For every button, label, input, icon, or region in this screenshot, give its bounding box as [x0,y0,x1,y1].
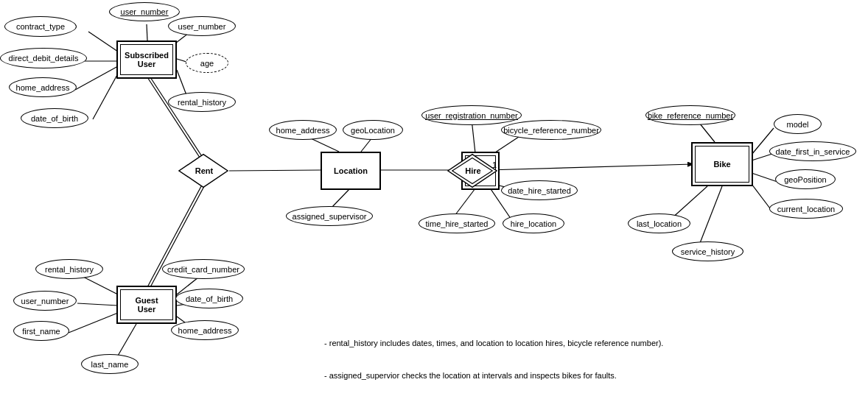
attr-gu-date-of-birth: date_of_birth [175,289,243,308]
location-entity: Location [321,152,381,190]
hire-cardinality-1: 1 [492,160,497,169]
attr-loc-assigned-sup: assigned_supervisor [286,206,373,226]
attr-su-user-number-key: user_number [109,2,180,21]
attr-bike-last-loc: last_location [628,213,690,233]
svg-line-17 [488,164,693,170]
svg-line-3 [93,74,118,119]
svg-line-26 [752,173,777,182]
attr-gu-rental-history: rental_history [35,259,103,279]
attr-hire-bike-ref: bicycle_reference_number [501,120,601,140]
guest-user-entity: Guest User [116,286,177,324]
attr-hire-date-started: date_hire_started [501,180,578,200]
attr-bike-date-service: date_first_in_service [769,141,856,161]
svg-line-4 [147,24,147,40]
attr-bike-ref-number: bike_reference_number [645,105,735,125]
attr-su-user-number2: user_number [168,16,236,36]
attr-contract-type: contract_type [4,16,77,37]
attr-hire-user-reg: user_registration_number [421,105,522,125]
attr-bike-current-loc: current_location [769,199,843,219]
svg-line-32 [69,313,118,333]
svg-line-9 [150,77,206,162]
svg-line-28 [700,186,722,243]
attr-su-direct-debit: direct_debit_details [0,48,87,68]
attr-gu-user-number: user_number [13,291,77,311]
note-rental-history: - rental_history includes dates, times, … [324,337,663,350]
svg-line-0 [88,32,118,52]
attr-su-home-address: home_address [9,77,77,97]
bike-entity: Bike [691,142,753,186]
attr-gu-credit-card: credit_card_number [162,259,245,279]
svg-line-31 [77,303,118,306]
attr-loc-geo-location: geoLocation [343,120,403,140]
attr-su-date-of-birth: date_of_birth [21,108,88,128]
subscribed-user-entity: Subscribed User [116,40,177,79]
svg-line-25 [752,154,772,160]
attr-gu-home-address: home_address [171,320,239,340]
attr-bike-service-hist: service_history [672,241,743,261]
svg-line-8 [147,77,203,162]
attr-gu-first-name: first_name [13,321,69,341]
attr-su-age: age [186,53,228,73]
attr-bike-geo-pos: geoPosition [775,169,836,189]
attr-hire-time-started: time_hire_started [419,213,495,233]
attr-su-rental-history: rental_history [168,92,236,112]
svg-line-2 [75,66,118,90]
rent-relationship: Rent [178,152,231,189]
attr-loc-home-address: home_address [269,120,337,140]
hire-relationship: Hire [447,152,500,189]
attr-bike-model: model [774,114,822,134]
attr-gu-last-name: last_name [81,354,139,374]
svg-line-12 [229,170,321,171]
svg-line-15 [331,188,350,208]
er-diagram: Subscribed User Guest User Location Hire… [0,0,868,399]
svg-line-21 [455,188,475,216]
attr-hire-location: hire_location [503,213,564,233]
note-assigned-supervisor: - assigned_supervior checks the location… [324,370,617,382]
